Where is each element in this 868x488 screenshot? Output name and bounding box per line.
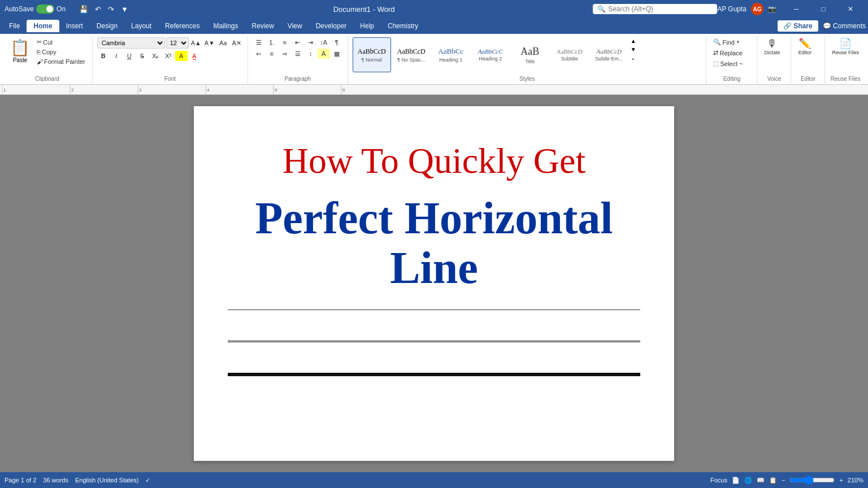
tab-developer[interactable]: Developer [309, 20, 354, 32]
select-button[interactable]: ⬚ Select ~ [711, 59, 745, 68]
zoom-slider[interactable] [789, 476, 835, 485]
document-area[interactable]: How To Quickly Get Perfect Horizontal Li… [0, 95, 868, 472]
increase-font-btn[interactable]: A▲ [190, 38, 202, 48]
tab-review[interactable]: Review [245, 20, 280, 32]
document-title-line2[interactable]: Perfect Horizontal Line [228, 193, 640, 293]
user-avatar[interactable]: AG [751, 3, 763, 15]
change-case-btn[interactable]: Aa [217, 38, 229, 48]
tab-layout[interactable]: Layout [124, 20, 158, 32]
ruler-svg: 1 2 3 4 5 6 [2, 85, 866, 94]
font-color-btn[interactable]: A̲ [188, 51, 201, 61]
reuse-files-group-label: Reuse Files [825, 76, 866, 82]
style-no-spacing[interactable]: AaBbCcD ¶ No Spac... [392, 37, 431, 72]
zoom-out-icon[interactable]: − [782, 477, 785, 483]
decrease-font-btn[interactable]: A▼ [203, 38, 216, 48]
style-subtitle[interactable]: AaBbCcD Subtitle [550, 37, 589, 72]
align-left-btn[interactable]: ⇐ [253, 49, 265, 59]
qat-customize-icon[interactable]: ▼ [119, 4, 131, 15]
styles-scroll-controls: ▲ ▼ ⌄ [630, 37, 637, 62]
print-layout-icon[interactable]: 📄 [732, 477, 740, 484]
style-normal[interactable]: AaBbCcD ¶ Normal [353, 37, 391, 72]
maximize-button[interactable]: □ [810, 0, 836, 18]
tab-view[interactable]: View [281, 20, 309, 32]
find-button[interactable]: 🔍 Find ▼ [711, 37, 742, 47]
decrease-indent-btn[interactable]: ⇤ [292, 37, 304, 47]
replace-button[interactable]: ⇄ Replace [711, 48, 744, 58]
style-heading1[interactable]: AaBbCc Heading 1 [432, 37, 470, 72]
document[interactable]: How To Quickly Get Perfect Horizontal Li… [194, 106, 674, 461]
shading-btn[interactable]: A [318, 49, 330, 59]
paste-button[interactable]: 📋 Paste [7, 37, 33, 64]
numbering-btn[interactable]: 1. [266, 37, 278, 47]
cut-button[interactable]: ✂ Cut [34, 37, 88, 47]
window-controls: ─ □ ✕ [783, 0, 863, 18]
borders-btn[interactable]: ▦ [331, 49, 343, 59]
sort-btn[interactable]: ↕A [318, 37, 330, 47]
align-right-btn[interactable]: ⇒ [279, 49, 291, 59]
style-subtle-em[interactable]: AaBbCcD Subtle Em... [590, 37, 628, 72]
search-input[interactable] [608, 5, 704, 13]
subscript-button[interactable]: X₂ [149, 51, 162, 61]
superscript-button[interactable]: X² [162, 51, 175, 61]
language-label: English (United States) [75, 477, 139, 483]
increase-indent-btn[interactable]: ⇥ [305, 37, 317, 47]
justify-btn[interactable]: ☰ [292, 49, 304, 59]
font-size-select[interactable]: 12 [166, 37, 189, 49]
autosave-toggle[interactable] [36, 5, 54, 14]
multilevel-list-btn[interactable]: ≡ [279, 37, 291, 47]
screen-record-icon[interactable]: 📷 [768, 5, 776, 13]
style-title[interactable]: AaB Title [511, 37, 549, 72]
underline-button[interactable]: U [123, 51, 136, 61]
italic-button[interactable]: I [110, 51, 123, 61]
document-title: Document1 - Word [135, 5, 593, 14]
styles-scroll-down[interactable]: ▼ [630, 46, 637, 53]
zoom-in-icon[interactable]: + [839, 477, 843, 483]
text-highlight-btn[interactable]: A [175, 51, 188, 61]
clear-format-btn[interactable]: A✕ [231, 38, 243, 48]
save-icon[interactable]: 💾 [77, 4, 90, 15]
bullets-btn[interactable]: ☰ [253, 37, 265, 47]
tab-help[interactable]: Help [353, 20, 381, 32]
clipboard-group: 📋 Paste ✂ Cut ⎘ Copy 🖌 Format Painter Cl… [2, 36, 93, 84]
read-mode-icon[interactable]: 📖 [757, 477, 765, 484]
comments-button[interactable]: 💬 Comments [823, 22, 866, 30]
tab-chemistry[interactable]: Chemistry [381, 20, 425, 32]
reuse-files-button[interactable]: 📄 Reuse Files [830, 37, 861, 56]
immersive-reader-icon[interactable]: 📋 [769, 477, 777, 484]
dictate-button[interactable]: 🎙 Dictate [762, 37, 782, 56]
show-marks-btn[interactable]: ¶ [331, 37, 343, 47]
zoom-level[interactable]: 210% [848, 477, 863, 483]
proofing-icon[interactable]: ✓ [145, 477, 150, 484]
language-indicator[interactable]: English (United States) [75, 477, 139, 483]
web-layout-icon[interactable]: 🌐 [744, 477, 752, 484]
editor-icon: ✏️ [798, 38, 811, 49]
undo-icon[interactable]: ↶ [93, 4, 103, 15]
styles-scroll-up[interactable]: ▲ [630, 37, 637, 45]
tab-file[interactable]: File [2, 20, 27, 32]
tab-design[interactable]: Design [90, 20, 124, 32]
font-name-select[interactable]: Cambria [97, 37, 165, 49]
editor-button[interactable]: ✏️ Editor [796, 37, 814, 56]
line-spacing-btn[interactable]: ↕ [305, 49, 317, 59]
tab-home[interactable]: Home [27, 20, 59, 32]
tab-mailings[interactable]: Mailings [206, 20, 245, 32]
tab-references[interactable]: References [158, 20, 206, 32]
copy-button[interactable]: ⎘ Copy [34, 47, 88, 56]
search-box[interactable]: 🔍 [593, 4, 717, 14]
bold-button[interactable]: B [97, 51, 110, 61]
paragraph-group: ☰ 1. ≡ ⇤ ⇥ ↕A ¶ ⇐ ≡ ⇒ ☰ ↕ A ▦ Paragraph [248, 36, 348, 84]
minimize-button[interactable]: ─ [783, 0, 809, 18]
style-heading2[interactable]: AaBbCcC Heading 2 [471, 37, 510, 72]
redo-icon[interactable]: ↷ [106, 4, 116, 15]
format-painter-button[interactable]: 🖌 Format Painter [34, 57, 88, 66]
share-button[interactable]: 🔗 Share [778, 20, 818, 32]
close-button[interactable]: ✕ [837, 0, 863, 18]
strikethrough-button[interactable]: S̶ [136, 51, 149, 61]
document-title-line1[interactable]: How To Quickly Get [228, 140, 640, 182]
styles-expand[interactable]: ⌄ [630, 54, 637, 62]
svg-text:6: 6 [342, 88, 345, 93]
tab-insert[interactable]: Insert [59, 20, 90, 32]
focus-label[interactable]: Focus [710, 477, 727, 483]
svg-text:4: 4 [207, 88, 210, 93]
align-center-btn[interactable]: ≡ [266, 49, 278, 59]
